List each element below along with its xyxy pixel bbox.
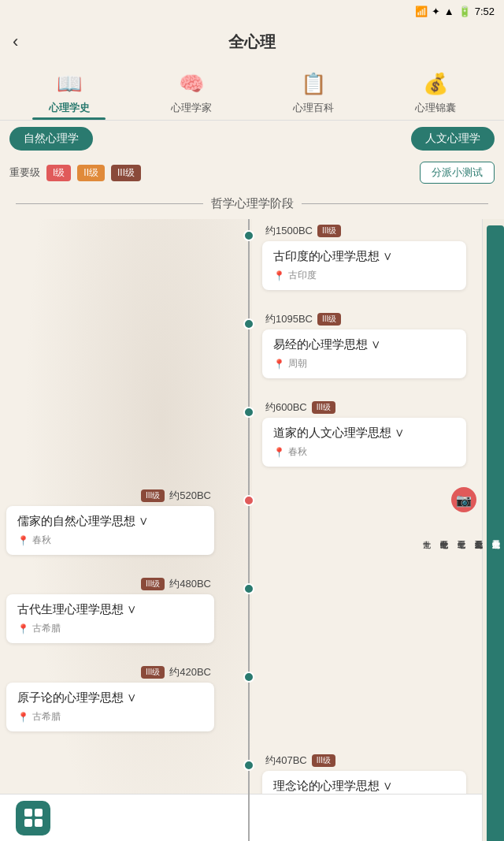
sidebar-period-4[interactable]: 十七至十九世纪中叶 (435, 225, 452, 841)
entry-title-5: 古代生理心理学思想 ∨ (17, 602, 203, 617)
grid-dot-2 (35, 809, 43, 817)
entry-date-2: 约1095BC (265, 312, 313, 326)
tab-psychologists[interactable]: 🧠 心理学家 (130, 61, 252, 120)
entry-badge-1: III级 (317, 225, 341, 237)
category-natural[interactable]: 自然心理学 (9, 127, 93, 151)
sidebar-period-2[interactable]: 公元前六至公元五世纪 (469, 225, 487, 841)
section-line-right (302, 203, 489, 204)
tab-treasury-label: 心理锦囊 (415, 101, 456, 115)
entry-location-3: 春秋 (288, 445, 307, 459)
sidebar-period-1[interactable]: 公元前十六至前十二世纪 (487, 225, 504, 841)
section-title: 哲学心理学阶段 (211, 196, 294, 211)
battery-icon: 🔋 (458, 6, 471, 17)
sidebar-period-3[interactable]: 五至十七世纪 (452, 225, 469, 841)
tab-treasury-icon: 💰 (420, 68, 451, 99)
filter-row: 重要级 I级 II级 III级 分派小测试 (0, 157, 504, 188)
location-icon-5: 📍 (17, 623, 29, 634)
tab-encyclopedia[interactable]: 📋 心理百科 (252, 61, 374, 120)
category-humanistic[interactable]: 人文心理学 (411, 127, 495, 151)
timeline-dot-6 (243, 672, 254, 683)
entry-date-3: 约600BC (265, 400, 307, 415)
entry-location-4: 春秋 (32, 534, 51, 547)
tab-history-icon: 📖 (54, 68, 85, 99)
entry-date-4: 约520BC (169, 489, 211, 503)
entry-card-6[interactable]: 原子论的心理学思想 ∨ 📍 古希腊 (6, 683, 214, 731)
tab-psychologists-label: 心理学家 (171, 101, 212, 115)
location-icon-3: 📍 (273, 447, 285, 458)
section-title-row: 哲学心理学阶段 (0, 188, 504, 219)
timeline-dot-3 (243, 407, 254, 418)
tab-encyclopedia-icon: 📋 (298, 68, 329, 99)
timeline-dot-4 (243, 495, 254, 506)
location-icon-6: 📍 (17, 712, 29, 723)
entry-badge-7: III级 (312, 754, 335, 767)
signal-icon: ▲ (444, 6, 454, 17)
timeline-wrapper: 约1500BC III级 古印度的心理学思想 ∨ 📍 古印度 约1095BC I… (0, 219, 504, 841)
bluetooth-icon: ✦ (432, 6, 440, 17)
entry-sub-5: 📍 古希腊 (17, 622, 203, 635)
grid-icon (24, 809, 43, 827)
badge-level-1[interactable]: I级 (46, 165, 71, 181)
filter-label: 重要级 (9, 166, 40, 180)
entry-date-6: 约420BC (169, 665, 211, 679)
entry-card-5[interactable]: 古代生理心理学思想 ∨ 📍 古希腊 (6, 594, 214, 643)
status-icons: 📶 ✦ ▲ 🔋 7:52 (415, 6, 495, 17)
entry-title-6: 原子论的心理学思想 ∨ (17, 690, 203, 705)
timeline-dot-1 (243, 230, 254, 241)
grid-dot-1 (24, 809, 32, 817)
location-icon-4: 📍 (17, 535, 29, 546)
entry-sub-6: 📍 古希腊 (17, 710, 203, 724)
grid-dot-3 (24, 819, 32, 827)
time-display: 7:52 (475, 6, 495, 17)
entry-badge-5: III级 (141, 578, 165, 590)
right-sidebar: 公元前十六至前十二世纪 公元前六至公元五世纪 五至十七世纪 十七至十九世纪中叶 … (482, 219, 504, 841)
entry-badge-2: III级 (317, 313, 341, 326)
entry-date-1: 约1500BC (265, 224, 313, 238)
camera-button[interactable]: 📷 (451, 487, 476, 512)
location-icon-2: 📍 (273, 359, 285, 370)
sidebar-period-5[interactable]: 十九世 (417, 225, 435, 841)
entry-sub-4: 📍 春秋 (17, 534, 203, 547)
entry-badge-6: III级 (141, 666, 165, 679)
tab-treasury[interactable]: 💰 心理锦囊 (374, 61, 496, 120)
timeline-line (248, 219, 250, 841)
wifi-icon: 📶 (415, 6, 428, 17)
section-line-left (16, 203, 203, 204)
timeline-dot-7 (243, 760, 254, 771)
tab-history-label: 心理学史 (49, 101, 90, 115)
status-bar: 📶 ✦ ▲ 🔋 7:52 (0, 0, 504, 22)
tab-psychologists-icon: 🧠 (176, 68, 207, 99)
entry-date-7: 约407BC (265, 754, 307, 768)
tab-encyclopedia-label: 心理百科 (293, 101, 334, 115)
badge-level-3[interactable]: III级 (111, 165, 141, 181)
badge-level-2[interactable]: II级 (77, 165, 105, 181)
page-title: 全心理 (228, 32, 276, 53)
header: ‹ 全心理 (0, 22, 504, 61)
entry-title-4: 儒家的自然心理学思想 ∨ (17, 514, 203, 529)
entry-badge-3: III级 (312, 401, 335, 414)
entry-location-2: 周朝 (288, 357, 307, 370)
entry-date-5: 约480BC (169, 577, 211, 591)
timeline-dot-5 (243, 583, 254, 594)
mini-test-button[interactable]: 分派小测试 (420, 162, 495, 184)
entry-location-6: 古希腊 (32, 710, 61, 724)
category-row: 自然心理学 人文心理学 (0, 121, 504, 157)
grid-dot-4 (35, 819, 43, 827)
entry-location-1: 古印度 (288, 269, 317, 282)
entry-location-5: 古希腊 (32, 622, 61, 635)
back-button[interactable]: ‹ (13, 32, 18, 52)
entry-card-4[interactable]: 儒家的自然心理学思想 ∨ 📍 春秋 (6, 506, 214, 555)
timeline-dot-2 (243, 318, 254, 329)
entry-badge-4: III级 (141, 489, 165, 502)
tab-history[interactable]: 📖 心理学史 (8, 61, 130, 120)
location-icon-1: 📍 (273, 270, 285, 281)
grid-menu-button[interactable] (16, 801, 50, 835)
tab-navigation: 📖 心理学史 🧠 心理学家 📋 心理百科 💰 心理锦囊 (0, 61, 504, 121)
